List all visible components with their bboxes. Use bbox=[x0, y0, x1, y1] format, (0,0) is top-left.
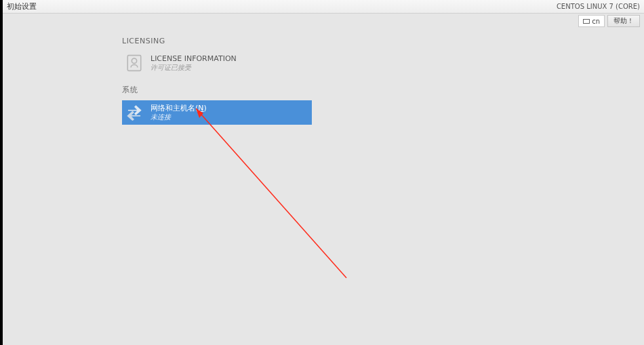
help-button[interactable]: 帮助！ bbox=[607, 15, 640, 27]
system-heading: 系统 bbox=[122, 85, 502, 95]
licensing-heading: LICENSING bbox=[122, 37, 502, 45]
network-icon bbox=[125, 103, 144, 122]
app-title: 初始设置 bbox=[7, 1, 37, 12]
spoke-license[interactable]: LICENSE INFORMATION 许可证已接受 bbox=[122, 51, 312, 75]
distro-label: CENTOS LINUX 7 (CORE) bbox=[557, 3, 640, 10]
main-content: LICENSING LICENSE INFORMATION 许可证已接受 系统 bbox=[122, 37, 502, 125]
network-title: 网络和主机名(N) bbox=[150, 104, 207, 113]
spoke-license-text: LICENSE INFORMATION 许可证已接受 bbox=[150, 54, 237, 72]
svg-line-2 bbox=[196, 108, 346, 278]
network-title-suffix: ) bbox=[204, 104, 207, 113]
spoke-network[interactable]: 网络和主机名(N) 未连接 bbox=[122, 100, 312, 125]
license-status: 许可证已接受 bbox=[150, 64, 237, 73]
network-title-hotkey: N bbox=[198, 104, 203, 113]
lang-code: cn bbox=[592, 18, 600, 25]
top-toolbar: cn 帮助！ bbox=[578, 15, 640, 27]
titlebar: 初始设置 CENTOS LINUX 7 (CORE) bbox=[3, 0, 644, 14]
license-icon bbox=[125, 54, 144, 73]
spoke-network-text: 网络和主机名(N) 未连接 bbox=[150, 104, 207, 121]
keyboard-layout-indicator[interactable]: cn bbox=[578, 15, 605, 27]
network-title-prefix: 网络和主机名( bbox=[150, 104, 198, 113]
svg-point-1 bbox=[132, 58, 136, 63]
initial-setup-window: 初始设置 CENTOS LINUX 7 (CORE) cn 帮助！ LICENS… bbox=[3, 0, 644, 345]
keyboard-icon bbox=[583, 19, 590, 24]
license-title: LICENSE INFORMATION bbox=[150, 54, 237, 64]
network-status: 未连接 bbox=[150, 113, 207, 122]
